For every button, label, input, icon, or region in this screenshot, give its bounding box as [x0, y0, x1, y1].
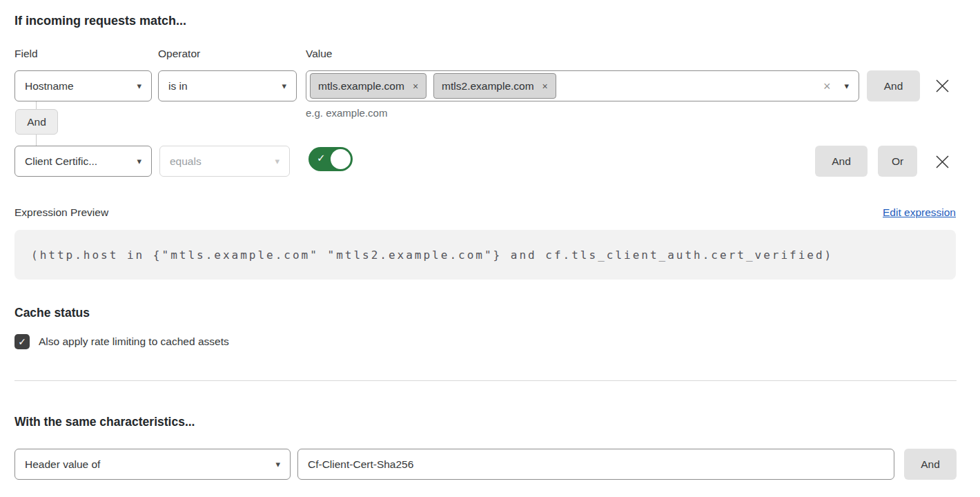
- remove-tag-icon[interactable]: ×: [413, 81, 418, 91]
- clear-values-icon[interactable]: ×: [823, 80, 831, 92]
- or-button-row2[interactable]: Or: [878, 146, 917, 177]
- chevron-down-icon: ▾: [137, 81, 141, 90]
- operator-select-row2-disabled: equals ▾: [159, 146, 290, 177]
- characteristics-title: With the same characteristics...: [14, 415, 195, 429]
- and-button-row2[interactable]: And: [815, 146, 868, 177]
- connector-line: [36, 101, 37, 109]
- operator-select-row1[interactable]: is in ▾: [158, 70, 297, 101]
- operator-select-row2-value: equals: [170, 155, 202, 168]
- remove-tag-icon[interactable]: ×: [542, 81, 548, 91]
- operator-select-row1-value: is in: [168, 80, 188, 92]
- chevron-down-icon: ▾: [282, 81, 286, 90]
- and-button-characteristics[interactable]: And: [904, 449, 957, 480]
- cached-assets-checkbox-label: Also apply rate limiting to cached asset…: [39, 335, 229, 348]
- expression-code: (http.host in {"mtls.example.com" "mtls2…: [31, 248, 833, 262]
- rate-limiting-rule-builder: If incoming requests match... Field Oper…: [0, 0, 980, 497]
- edit-expression-link[interactable]: Edit expression: [883, 206, 956, 219]
- field-select-row2-value: Client Certific...: [25, 155, 97, 168]
- field-select-row1[interactable]: Hostname ▾: [14, 70, 152, 101]
- cert-verified-toggle[interactable]: ✓: [308, 147, 353, 171]
- chevron-down-icon: ▾: [275, 157, 280, 166]
- value-tag-label: mtls2.example.com: [442, 80, 534, 92]
- field-select-row2[interactable]: Client Certific... ▾: [14, 146, 152, 177]
- remove-condition-row1-icon[interactable]: [934, 78, 950, 94]
- connector-line: [36, 135, 37, 146]
- field-select-row1-value: Hostname: [25, 80, 74, 92]
- match-section-title: If incoming requests match...: [14, 14, 186, 28]
- chevron-down-icon: ▾: [275, 460, 280, 469]
- field-column-label: Field: [14, 48, 38, 60]
- characteristic-select[interactable]: Header value of ▾: [14, 449, 291, 480]
- and-button-row1[interactable]: And: [867, 70, 920, 101]
- remove-condition-row2-icon[interactable]: [934, 154, 950, 170]
- chevron-down-icon: ▾: [137, 157, 141, 166]
- value-tag-label: mtls.example.com: [318, 80, 404, 92]
- connector-and-button[interactable]: And: [15, 109, 58, 135]
- expression-preview-label: Expression Preview: [14, 206, 108, 219]
- hostname-values-multiselect[interactable]: mtls.example.com × mtls2.example.com × ×…: [306, 70, 859, 101]
- check-icon: ✓: [18, 336, 26, 347]
- toggle-knob: [331, 149, 351, 169]
- cache-status-title: Cache status: [14, 306, 90, 320]
- operator-column-label: Operator: [158, 48, 200, 60]
- expression-preview-code-block: (http.host in {"mtls.example.com" "mtls2…: [14, 230, 956, 280]
- characteristic-select-value: Header value of: [25, 458, 100, 471]
- section-divider: [14, 380, 957, 381]
- value-hint: e.g. example.com: [306, 107, 387, 119]
- cached-assets-checkbox[interactable]: ✓: [14, 334, 30, 349]
- value-tag: mtls.example.com ×: [310, 73, 427, 99]
- value-tag: mtls2.example.com ×: [433, 73, 556, 99]
- check-icon: ✓: [317, 153, 326, 163]
- value-column-label: Value: [306, 48, 333, 60]
- header-name-input[interactable]: [297, 449, 894, 480]
- chevron-down-icon[interactable]: ▾: [844, 81, 849, 90]
